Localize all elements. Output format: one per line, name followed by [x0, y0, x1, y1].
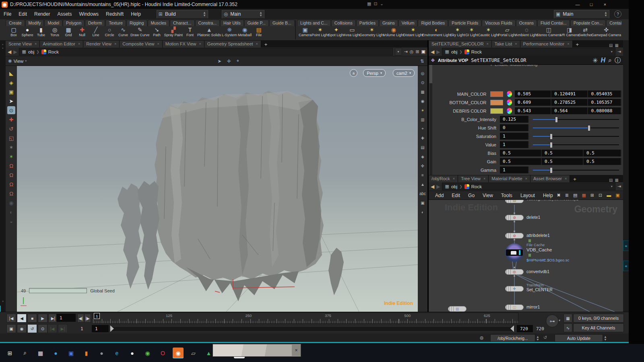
back-icon[interactable]: ◀ [8, 49, 11, 55]
shelf-tab[interactable]: Viscous Fluids [482, 20, 516, 26]
pane-split-icon[interactable]: ▤ [609, 178, 615, 182]
set-key-button[interactable]: ⊶ [546, 315, 559, 327]
shelf-tab[interactable]: Deform [85, 20, 105, 26]
value-field[interactable]: 0.5 [542, 150, 584, 156]
shelf-tool[interactable]: ⇄Switcher [579, 27, 592, 37]
shelf-tool[interactable]: TFont [184, 27, 196, 37]
panel-icon[interactable]: ▣ [421, 49, 425, 54]
value-field[interactable]: 1 [500, 167, 529, 173]
node-badge-mirror[interactable]: ◫ [505, 304, 524, 310]
shelf-tab[interactable]: Guide P... [244, 20, 269, 26]
close-tab-icon[interactable]: × [453, 177, 455, 181]
playback-option-button[interactable]: ◉ [17, 324, 27, 333]
viewport-tool-button[interactable]: ◉ [7, 199, 15, 207]
back-icon[interactable]: ◀ [431, 184, 434, 189]
shelf-tool[interactable]: ✶GI Light [465, 27, 478, 37]
minimize-button[interactable]: — [571, 0, 584, 8]
menu-item[interactable]: Assets [54, 11, 75, 17]
viewport-tool-button[interactable]: ✚ [7, 115, 15, 123]
value-field[interactable]: 0.505 [515, 90, 551, 97]
forward-icon[interactable]: ▶ [436, 184, 440, 189]
pane-tab[interactable]: Performance Monitor× [520, 41, 573, 47]
shelf-tool[interactable]: ✶Sky Light [451, 27, 464, 37]
network-canvas[interactable]: Indie Edition Geometry ▤ vdbsegmentbycon… [429, 200, 623, 312]
taskbar-app-icon[interactable]: ▦ [35, 348, 46, 358]
maximize-button[interactable]: □ [584, 0, 598, 8]
viewport-tool-button[interactable]: ◱ [7, 134, 15, 142]
value-field[interactable]: 0.5 [584, 158, 621, 165]
value-field[interactable]: 0.609 [515, 99, 551, 106]
value-field[interactable]: 0.5 [584, 150, 621, 156]
network-toolbar-icon[interactable]: ▣ [615, 193, 619, 198]
range-slider-end-handle[interactable] [510, 325, 514, 332]
view-type-selector[interactable]: Persp▾ [363, 69, 386, 77]
network-toolbar-icon[interactable]: ▦ [582, 193, 586, 198]
close-tab-icon[interactable]: × [483, 177, 485, 181]
shelf-tool[interactable]: ❋L-System [222, 27, 237, 37]
shelf-tab[interactable]: Constra... [195, 20, 220, 26]
scoped-channels-icon[interactable]: ▦ [564, 314, 572, 323]
shelf-tool[interactable]: ✦Spot Light [329, 27, 344, 37]
keys-summary-button[interactable]: 0 keys, 0/0 channels [573, 314, 624, 323]
playback-option-button[interactable]: ▣ [6, 324, 16, 333]
pane-tab[interactable]: Tree View× [458, 175, 489, 182]
taskbar-app-icon[interactable]: O [157, 348, 168, 358]
node-vdbcache[interactable] [505, 243, 524, 262]
shelf-tab[interactable]: Muscles [148, 20, 170, 26]
hud-slider[interactable] [29, 288, 87, 293]
network-menu-item[interactable]: Help [539, 193, 557, 198]
pane-tab[interactable]: /obj/Rock× [429, 175, 458, 182]
node-badge[interactable]: ▤ [505, 200, 524, 203]
node-badge-convertvdb[interactable]: ◎ [505, 269, 524, 275]
pane-tab[interactable]: Asset Browser× [530, 175, 570, 182]
display-option-button[interactable]: ◐ [419, 208, 427, 216]
gear-icon[interactable]: ✳ [592, 57, 598, 64]
shelf-tool[interactable]: ◎Torus [48, 27, 61, 37]
pane-tab[interactable]: Material Palette× [489, 175, 530, 182]
close-tab-icon[interactable]: × [256, 42, 258, 46]
display-option-button[interactable]: ▣ [419, 199, 427, 207]
opbar-tool-icon[interactable]: ➤ [217, 58, 221, 64]
channel-graph-icon[interactable]: ∿ [564, 323, 572, 332]
parameter-slider[interactable] [533, 133, 621, 140]
shelf-tool[interactable]: ◨VR Camera [561, 27, 578, 37]
viewport-tool-button[interactable]: ◒ [7, 217, 15, 225]
help-icon[interactable]: ? [614, 10, 621, 18]
value-field[interactable]: 0.054035 [588, 90, 621, 97]
menu-item[interactable]: Help [127, 11, 144, 17]
shelf-tool[interactable]: ▱Portal Light [499, 27, 516, 37]
pane-tab[interactable]: Render View× [83, 41, 120, 47]
opbar-tool-icon[interactable]: ✛ [227, 58, 231, 64]
network-menu-item[interactable]: Edit [448, 193, 464, 198]
step-forward-button[interactable]: |▶ [84, 314, 91, 323]
shelf-tab[interactable]: Texture [105, 20, 126, 26]
shelf-tab[interactable]: Grains [379, 20, 398, 26]
display-option-button[interactable]: ◉ [419, 97, 427, 105]
menu-item[interactable]: Render [31, 11, 54, 17]
viewport-tool-button[interactable]: ➤ [7, 97, 15, 105]
forward-icon[interactable]: ▶ [436, 49, 440, 55]
shelf-tab[interactable]: Vellum [398, 20, 418, 26]
node-badge-partial[interactable]: ▥ [448, 306, 466, 312]
shelf-tool[interactable]: ✶Caustic Light [479, 27, 498, 37]
shelf-tool[interactable]: ✶Distant Light [404, 27, 423, 37]
shelf-tool[interactable]: ▢Box [7, 27, 20, 37]
display-option-button[interactable]: ✚ [419, 134, 427, 142]
shelf-tool[interactable]: ▮Tube [35, 27, 47, 37]
shelf-tool[interactable]: ◐Environment Light [423, 27, 450, 37]
network-menu-item[interactable]: View [479, 193, 497, 198]
vop-node-icon[interactable]: ❖ [431, 58, 435, 63]
transport-button[interactable]: ▶ [38, 314, 47, 323]
pane-tab[interactable]: Take List× [492, 41, 520, 47]
network-toolbar-icon[interactable]: ≣ [565, 193, 569, 198]
parameter-slider[interactable] [533, 124, 621, 131]
path-dropdown[interactable]: ▾ [395, 48, 402, 56]
display-option-button[interactable]: ✜ [419, 162, 427, 170]
slider-handle[interactable] [550, 134, 553, 140]
value-field[interactable]: 0.278525 [551, 99, 588, 106]
shelf-tab[interactable]: Collisions [331, 20, 356, 26]
search-icon[interactable]: ⌕ [608, 57, 612, 64]
step-back-button[interactable]: ◀| [77, 314, 84, 323]
reference-image-window[interactable]: × [213, 344, 301, 357]
value-field[interactable]: 0.5 [542, 158, 584, 165]
